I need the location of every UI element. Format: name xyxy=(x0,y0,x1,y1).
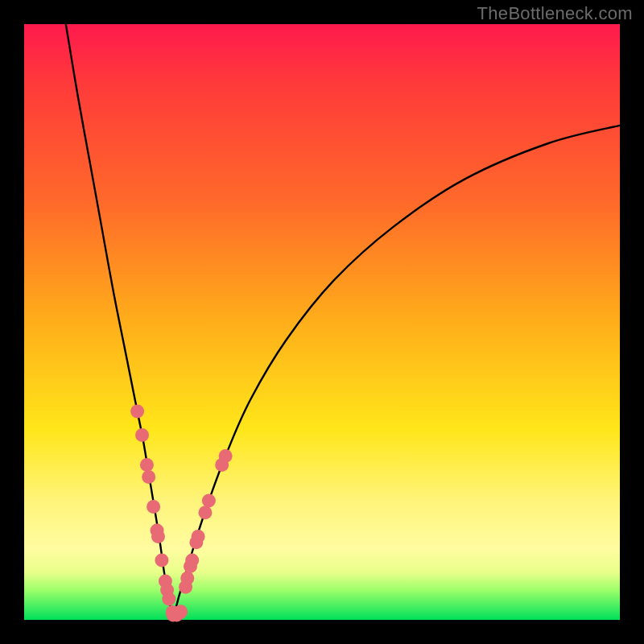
scatter-point xyxy=(130,405,144,419)
curve-group xyxy=(66,24,620,620)
scatter-point xyxy=(192,530,205,543)
scatter-point xyxy=(198,506,212,519)
scatter-point xyxy=(140,458,154,472)
scatter-group xyxy=(130,405,233,622)
chart-svg xyxy=(24,24,620,620)
scatter-point xyxy=(202,494,216,508)
scatter-point xyxy=(147,500,160,514)
curve-right xyxy=(173,126,620,620)
scatter-point xyxy=(180,572,194,585)
scatter-point xyxy=(162,592,175,606)
scatter-point xyxy=(155,554,168,568)
chart-frame: TheBottleneck.com xyxy=(0,0,644,644)
plot-area xyxy=(24,24,620,620)
scatter-point xyxy=(142,470,155,484)
watermark-text: TheBottleneck.com xyxy=(477,3,633,24)
scatter-point xyxy=(151,530,165,543)
scatter-point xyxy=(219,449,233,463)
scatter-point xyxy=(174,605,188,618)
scatter-point xyxy=(185,554,199,568)
scatter-point xyxy=(135,428,149,442)
